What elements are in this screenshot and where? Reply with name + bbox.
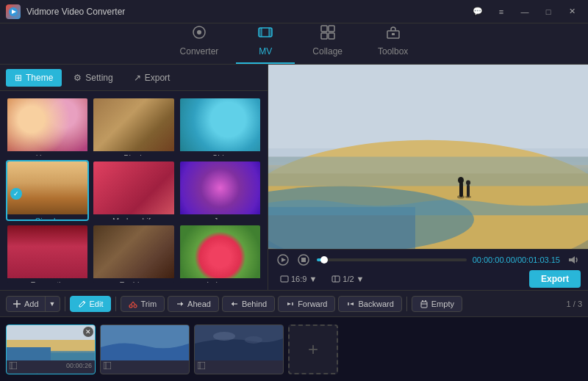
theme-simple[interactable]: ✓ Simple [6, 160, 89, 220]
theme-simple-thumb: ✓ [7, 162, 87, 214]
svg-marker-32 [569, 256, 575, 264]
svg-rect-61 [104, 362, 111, 369]
chat-button[interactable]: 💬 [467, 4, 488, 19]
svg-rect-10 [329, 26, 334, 32]
timeline-clip-2[interactable] [100, 324, 190, 374]
timeline-clip-3[interactable] [194, 324, 284, 374]
ahead-label: Ahead [187, 300, 211, 308]
volume-button[interactable] [566, 253, 581, 267]
export-nav-icon: ↗ [134, 73, 141, 83]
theme-happy[interactable]: Happy [6, 97, 89, 157]
stop-button[interactable] [296, 253, 311, 267]
svg-rect-21 [268, 157, 588, 186]
backward-button[interactable]: Backward [338, 296, 401, 312]
subtab-setting[interactable]: ⚙ Setting [65, 69, 121, 87]
tab-converter[interactable]: Converter [162, 19, 237, 64]
export-button[interactable]: Export [529, 270, 581, 288]
svg-rect-11 [321, 33, 327, 39]
tab-collage[interactable]: Collage [295, 19, 360, 64]
theme-fashion[interactable]: Fashion [92, 224, 175, 284]
mv-icon [258, 25, 273, 43]
theme-romantic[interactable]: Romantic [6, 224, 89, 284]
theme-leisure-thumb [180, 225, 260, 278]
quality-label: 1/2 [343, 275, 354, 283]
theme-simple-label: Simple [7, 214, 87, 220]
subtab-theme-label: Theme [26, 73, 53, 83]
quality-chevron: ▼ [356, 275, 365, 283]
clip-info-2 [101, 360, 189, 371]
svg-marker-46 [232, 302, 234, 306]
svg-point-25 [466, 180, 470, 185]
clip-icons-1: ▷ ♪ ✂ ⚙ [7, 371, 95, 374]
left-panel: ⊞ Theme ⚙ Setting ↗ Export Happy [0, 65, 268, 290]
video-scene [268, 65, 588, 249]
tab-toolbox[interactable]: Toolbox [360, 19, 426, 64]
theme-joy[interactable]: Joy [179, 160, 262, 220]
maximize-button[interactable]: □ [538, 4, 559, 19]
svg-point-23 [458, 177, 464, 184]
tab-mv[interactable]: MV [236, 19, 295, 64]
subtab-export-label: Export [145, 73, 171, 83]
edit-button[interactable]: Edit [70, 296, 112, 312]
play-icon-1: ▷ [10, 372, 15, 374]
subtab-setting-label: Setting [85, 73, 112, 83]
video-preview [268, 65, 588, 249]
theme-leisure[interactable]: Leisure [179, 224, 262, 284]
separator-2 [115, 297, 116, 311]
clip-info-3 [195, 360, 283, 371]
subtab-theme[interactable]: ⊞ Theme [6, 69, 62, 87]
sub-tabs: ⊞ Theme ⚙ Setting ↗ Export [0, 65, 268, 91]
aspect-ratio-button[interactable]: 16:9 ▼ [276, 273, 321, 285]
svg-rect-14 [392, 33, 395, 35]
svg-rect-5 [259, 28, 262, 37]
setting-icon: ⚙ [74, 73, 82, 83]
theme-modern-life[interactable]: Modern Life [92, 160, 175, 220]
add-clip-button[interactable]: + [288, 324, 338, 374]
timeline-clip-1[interactable]: ✕ 00:00:26 ▷ ♪ ✂ ⚙ [6, 324, 96, 374]
theme-grid: Happy Blank Chic ✓ Simple [0, 91, 268, 290]
theme-blank[interactable]: Blank [92, 97, 175, 157]
add-main-button[interactable]: Add [7, 297, 46, 311]
clip-close-1[interactable]: ✕ [83, 327, 93, 337]
play-button[interactable] [276, 253, 290, 267]
tab-collage-label: Collage [312, 46, 343, 57]
theme-blank-label: Blank [93, 151, 173, 157]
converter-icon [192, 25, 207, 43]
clip-thumb-2 [101, 325, 189, 360]
behind-button[interactable]: Behind [222, 296, 275, 312]
svg-rect-22 [459, 182, 463, 197]
add-dropdown-arrow[interactable]: ▼ [46, 297, 60, 311]
quality-controls: 16:9 ▼ 1/2 ▼ Export [276, 270, 581, 288]
svg-rect-33 [281, 276, 288, 282]
svg-line-42 [133, 302, 135, 305]
title-bar-left: Vidmore Video Converter [6, 4, 125, 19]
svg-point-3 [197, 30, 201, 35]
add-button-group: Add ▼ [6, 296, 60, 312]
empty-button[interactable]: Empty [412, 296, 462, 312]
close-button[interactable]: ✕ [562, 4, 582, 19]
svg-rect-9 [321, 26, 327, 32]
main-area: ⊞ Theme ⚙ Setting ↗ Export Happy [0, 65, 588, 290]
progress-bar[interactable] [317, 258, 467, 261]
theme-happy-label: Happy [7, 151, 87, 157]
forward-button[interactable]: Forward [278, 296, 335, 312]
progress-dot [320, 256, 328, 264]
behind-label: Behind [242, 300, 267, 308]
ahead-button[interactable]: Ahead [168, 296, 219, 312]
theme-romantic-label: Romantic [7, 278, 87, 284]
minimize-button[interactable]: — [514, 4, 535, 19]
aspect-ratio-chevron: ▼ [309, 275, 317, 283]
trim-button[interactable]: Trim [121, 296, 165, 312]
forward-label: Forward [298, 300, 327, 308]
tab-converter-label: Converter [180, 46, 219, 57]
menu-button[interactable]: ≡ [491, 4, 512, 19]
quality-button[interactable]: 1/2 ▼ [327, 273, 368, 285]
theme-chic[interactable]: Chic [179, 97, 262, 157]
theme-modern-label: Modern Life [93, 214, 173, 220]
svg-rect-31 [301, 258, 306, 262]
subtab-export[interactable]: ↗ Export [125, 69, 179, 87]
svg-point-40 [134, 305, 137, 308]
clip-thumb-1 [7, 325, 95, 360]
aspect-ratio-label: 16:9 [291, 275, 306, 283]
collage-icon [320, 25, 335, 43]
